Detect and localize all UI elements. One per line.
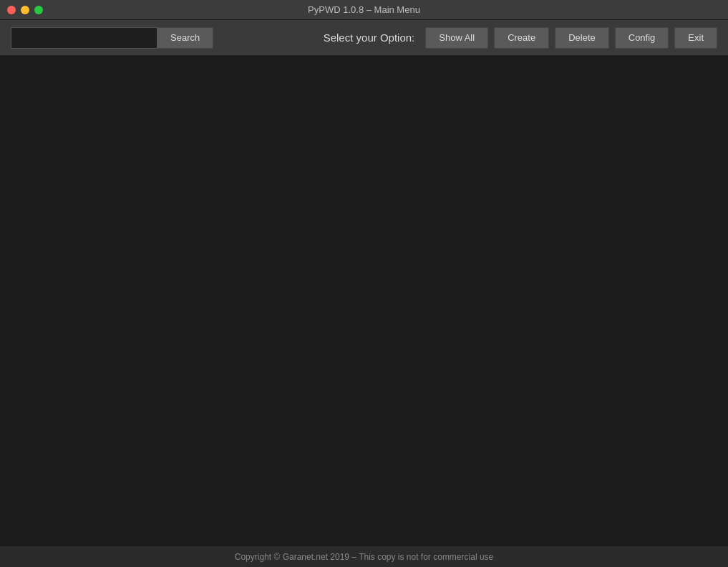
copyright-text: Copyright © Garanet.net 2019 – This copy… bbox=[235, 552, 493, 562]
title-bar: PyPWD 1.0.8 – Main Menu bbox=[0, 0, 728, 20]
select-option-label: Select your Option: bbox=[324, 32, 415, 44]
action-buttons: Show All Create Delete Config Exit bbox=[425, 27, 717, 49]
window-title: PyPWD 1.0.8 – Main Menu bbox=[308, 4, 420, 15]
close-button[interactable] bbox=[7, 6, 16, 14]
maximize-button[interactable] bbox=[34, 6, 43, 14]
search-input[interactable] bbox=[11, 27, 157, 49]
config-button[interactable]: Config bbox=[615, 27, 669, 49]
footer: Copyright © Garanet.net 2019 – This copy… bbox=[0, 546, 728, 567]
create-button[interactable]: Create bbox=[494, 27, 549, 49]
minimize-button[interactable] bbox=[21, 6, 29, 14]
main-content bbox=[0, 56, 728, 546]
search-button[interactable]: Search bbox=[157, 27, 213, 49]
exit-button[interactable]: Exit bbox=[674, 27, 717, 49]
delete-button[interactable]: Delete bbox=[555, 27, 609, 49]
show-all-button[interactable]: Show All bbox=[425, 27, 488, 49]
toolbar: Search Select your Option: Show All Crea… bbox=[0, 20, 728, 56]
window-controls bbox=[7, 6, 43, 14]
